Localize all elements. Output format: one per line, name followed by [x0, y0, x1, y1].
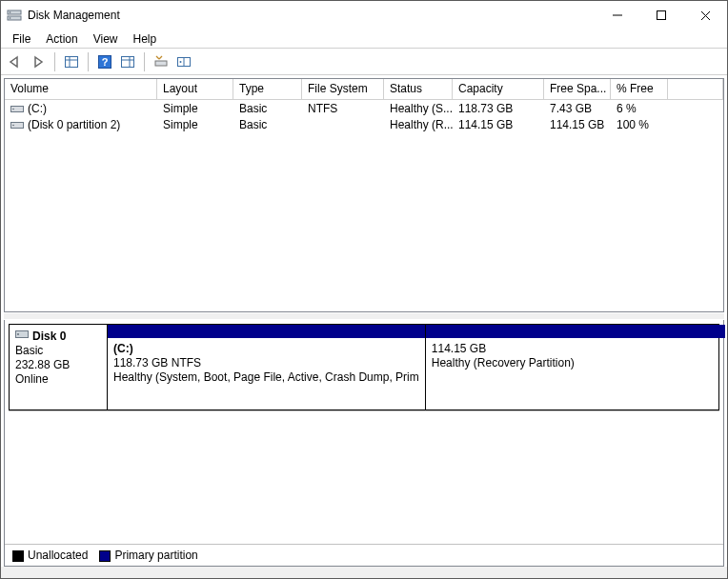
svg-rect-13	[122, 56, 134, 67]
volume-capacity: 118.73 GB	[453, 102, 544, 115]
drive-icon	[10, 119, 24, 129]
volume-name: (Disk 0 partition 2)	[28, 118, 120, 131]
volume-free: 114.15 GB	[544, 118, 611, 131]
volume-free: 7.43 GB	[544, 102, 611, 115]
column-header-capacity[interactable]: Capacity	[453, 79, 544, 99]
volume-name: (C:)	[28, 102, 47, 115]
partition-size-fs: 118.73 GB NTFS	[113, 356, 419, 370]
partition-color-bar	[426, 325, 725, 338]
partition-block[interactable]: (C:) 118.73 GB NTFS Healthy (System, Boo…	[108, 325, 426, 409]
column-header-layout[interactable]: Layout	[157, 79, 233, 99]
volume-name-cell: (Disk 0 partition 2)	[5, 118, 157, 131]
svg-text:?: ?	[102, 56, 109, 68]
menu-help[interactable]: Help	[126, 30, 165, 48]
back-button[interactable]	[5, 51, 26, 72]
help-button[interactable]: ?	[94, 51, 115, 72]
legend-primary-label: Primary partition	[114, 549, 197, 562]
partition-status: Healthy (System, Boot, Page File, Active…	[113, 370, 419, 385]
bottom-strip	[1, 567, 727, 578]
title-bar: Disk Management	[1, 1, 727, 30]
menu-file[interactable]: File	[5, 30, 38, 48]
minimize-button[interactable]	[596, 1, 639, 30]
toolbar-separator	[88, 52, 89, 71]
volume-name-cell: (C:)	[5, 102, 157, 115]
svg-point-21	[12, 108, 14, 110]
partition-size-fs: 114.15 GB	[432, 342, 719, 356]
forward-button[interactable]	[28, 51, 49, 72]
svg-point-2	[10, 11, 11, 13]
toolbar-separator	[54, 52, 55, 71]
svg-rect-5	[657, 11, 666, 20]
menu-view[interactable]: View	[86, 30, 126, 48]
partition-map: (C:) 118.73 GB NTFS Healthy (System, Boo…	[108, 324, 719, 410]
volume-list-rows: (C:) Simple Basic NTFS Healthy (S... 118…	[5, 100, 723, 132]
drive-icon	[10, 103, 24, 112]
column-header-spacer	[668, 79, 723, 99]
disk-size: 232.88 GB	[15, 358, 101, 372]
volume-layout: Simple	[157, 102, 233, 115]
volume-list-header: Volume Layout Type File System Status Ca…	[5, 79, 723, 100]
disk-type: Basic	[15, 344, 101, 358]
svg-point-23	[12, 124, 14, 126]
disk-icon	[15, 329, 29, 344]
svg-point-3	[10, 17, 11, 19]
panel-splitter[interactable]	[4, 312, 724, 320]
disk-info: Disk 0 Basic 232.88 GB Online	[9, 324, 108, 410]
disk-map-panel: Disk 0 Basic 232.88 GB Online (C:) 118.7…	[4, 320, 724, 567]
menu-bar: File Action View Help	[1, 30, 727, 49]
svg-rect-8	[66, 56, 78, 67]
column-header-type[interactable]: Type	[233, 79, 302, 99]
refresh-button[interactable]	[151, 51, 172, 72]
volume-row[interactable]: (Disk 0 partition 2) Simple Basic Health…	[5, 116, 723, 132]
volume-fs: NTFS	[302, 102, 384, 115]
volume-pfree: 100 %	[611, 118, 668, 131]
toolbar: ?	[1, 49, 727, 75]
svg-point-19	[180, 61, 182, 63]
column-header-filesystem[interactable]: File System	[302, 79, 384, 99]
volume-pfree: 6 %	[611, 102, 668, 115]
svg-rect-16	[155, 61, 167, 66]
show-hide-console-tree-button[interactable]	[61, 51, 82, 72]
volume-layout: Simple	[157, 118, 233, 131]
column-header-percent-free[interactable]: % Free	[611, 79, 668, 99]
disk-row[interactable]: Disk 0 Basic 232.88 GB Online (C:) 118.7…	[9, 324, 719, 411]
legend-unallocated: Unallocated	[12, 549, 88, 562]
svg-point-25	[17, 333, 19, 335]
column-header-status[interactable]: Status	[384, 79, 453, 99]
column-header-free[interactable]: Free Spa...	[544, 79, 611, 99]
disk-name: Disk 0	[32, 329, 66, 344]
close-button[interactable]	[683, 1, 727, 30]
window-controls	[596, 1, 727, 30]
volume-list-panel: Volume Layout Type File System Status Ca…	[4, 78, 724, 312]
partition-color-bar	[108, 325, 425, 338]
partition-block[interactable]: 114.15 GB Healthy (Recovery Partition)	[426, 325, 725, 409]
volume-capacity: 114.15 GB	[453, 118, 544, 131]
settings-button[interactable]	[173, 51, 194, 72]
volume-type: Basic	[233, 102, 302, 115]
partition-details: (C:) 118.73 GB NTFS Healthy (System, Boo…	[108, 338, 425, 409]
partition-status: Healthy (Recovery Partition)	[432, 356, 719, 370]
disk-status: Online	[15, 372, 101, 387]
partition-details: 114.15 GB Healthy (Recovery Partition)	[426, 338, 725, 409]
volume-type: Basic	[233, 118, 302, 131]
window-title: Disk Management	[28, 9, 596, 22]
show-hide-action-pane-button[interactable]	[117, 51, 138, 72]
volume-status: Healthy (S...	[384, 102, 453, 115]
legend: Unallocated Primary partition	[5, 544, 723, 566]
maximize-button[interactable]	[639, 1, 683, 30]
column-header-volume[interactable]: Volume	[5, 79, 157, 99]
toolbar-separator	[144, 52, 145, 71]
volume-row[interactable]: (C:) Simple Basic NTFS Healthy (S... 118…	[5, 100, 723, 116]
app-icon	[7, 8, 22, 23]
swatch-unallocated-icon	[12, 550, 24, 562]
legend-unallocated-label: Unallocated	[28, 549, 88, 562]
disk-management-window: Disk Management File Action View Help	[0, 0, 728, 579]
menu-action[interactable]: Action	[38, 30, 85, 48]
volume-status: Healthy (R...	[384, 118, 453, 131]
legend-primary: Primary partition	[99, 549, 197, 562]
swatch-primary-icon	[99, 550, 111, 562]
partition-label: (C:)	[113, 342, 419, 356]
